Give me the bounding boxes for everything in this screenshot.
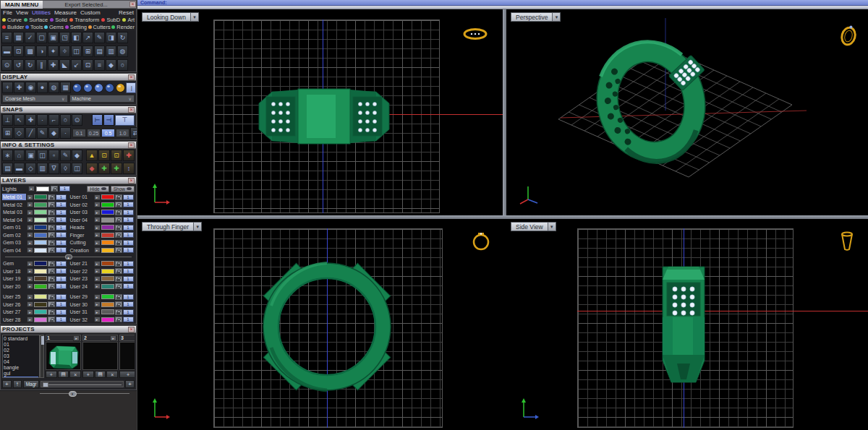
display-mode-icon[interactable]: ▦ [60,82,71,93]
lock-icon[interactable] [115,194,122,200]
viewport-looking-down[interactable]: Looking Down ▼ [137,9,503,215]
lock-icon[interactable] [115,217,122,223]
layer-row[interactable]: User 18▸1 [2,268,68,275]
layer-expand-button[interactable]: ▸ [27,247,33,253]
settings-icon[interactable]: ▫ [48,150,59,161]
toolbar-icon[interactable]: ◫ [71,46,82,57]
layer-color-swatch[interactable] [101,248,114,253]
layer-visibility-button[interactable]: 1 [123,202,134,207]
layer-color-swatch[interactable] [101,284,114,289]
slot-add-button[interactable]: + [82,371,94,378]
layer-row[interactable]: Gem▸1 [2,260,68,267]
layer-row[interactable]: User 28▸1 [2,317,68,324]
layer-expand-button[interactable]: ▸ [27,225,33,231]
layer-visibility-button[interactable]: 1 [56,283,67,289]
layer-color-swatch[interactable] [101,210,114,215]
layer-row[interactable]: User 26▸1 [2,301,68,309]
layer-visibility-button[interactable]: 1 [123,309,134,315]
layer-row[interactable]: Metal 03▸1 [2,209,68,216]
viewport-label-perspective[interactable]: Perspective ▼ [511,12,561,22]
layer-color-swatch[interactable] [101,276,114,281]
layer-row[interactable]: Metal 04▸1 [2,217,68,224]
menu-item[interactable]: Custom [80,9,101,16]
layer-visibility-button[interactable]: 1 [56,309,67,315]
layer-expand-button[interactable]: ▸ [94,283,101,289]
project-slot-1[interactable]: 1▸ + [46,335,81,378]
layer-expand-button[interactable]: ▸ [94,217,101,223]
slot-add-button[interactable]: + [119,371,135,378]
settings-icon[interactable]: ▬ [14,163,25,174]
toolbar-icon[interactable]: ≡ [94,59,105,71]
layer-color-swatch[interactable] [101,240,114,245]
layer-row[interactable]: User 03▸1 [69,209,135,216]
snap-icon[interactable]: · [37,114,48,126]
lock-icon[interactable] [48,194,55,200]
lock-icon[interactable] [115,276,122,282]
menu-category[interactable]: Setting [65,24,87,30]
display-mode-icon[interactable]: ◉ [25,82,36,93]
snap-icon[interactable]: · [60,127,71,139]
menu-item[interactable]: Measure [54,9,77,16]
layer-row[interactable]: User 04▸1 [69,217,135,224]
snap-toggle-icon[interactable]: ⊢ [92,114,103,126]
slot-add-button[interactable]: + [46,371,57,378]
settings-colored-icon[interactable]: ↕ [123,163,135,174]
layer-row[interactable]: User 27▸1 [2,309,68,316]
project-slot-3[interactable]: 3▸ + ▤ [119,335,135,378]
layer-visibility-button[interactable]: 1 [56,268,67,274]
layer-expand-button[interactable]: ▸ [94,194,101,200]
layer-row[interactable]: User 20▸1 [2,283,68,291]
layer-visibility-button[interactable]: 1 [123,294,134,300]
settings-colored-icon[interactable]: ✚ [123,150,135,161]
lock-icon[interactable] [115,210,122,215]
project-list-item[interactable]: 03 [4,353,38,359]
layer-expand-button[interactable]: ▸ [27,217,33,223]
lock-icon[interactable] [115,268,122,274]
layer-color-swatch[interactable] [101,294,114,299]
settings-colored-icon[interactable]: ✚ [111,163,122,174]
settings-icon[interactable]: ✎ [60,150,71,161]
layer-color-swatch[interactable] [101,261,114,266]
layer-visibility-button[interactable]: 1 [56,301,67,307]
viewport-perspective[interactable]: Perspective ▼ [506,9,868,215]
layer-visibility-button[interactable]: 1 [123,232,134,238]
layer-visibility-button[interactable]: 1 [123,247,134,253]
layer-visibility-button[interactable]: 1 [123,194,134,200]
slot-thumbnail[interactable] [82,342,118,370]
layer-visibility-button[interactable]: 1 [56,240,67,246]
layers-expander-button[interactable]: ▴ [65,254,72,259]
layer-expand-button[interactable]: ▸ [27,276,33,282]
menu-category[interactable]: Curve [2,17,22,23]
layer-color-swatch[interactable] [101,202,114,207]
layer-color-swatch[interactable] [34,225,47,230]
mesh-quality-select[interactable]: Coarse Mesh ∨ [2,95,68,103]
snap-step-button[interactable]: 0.25 [87,129,101,137]
toolbar-icon[interactable]: ⊡ [82,59,93,71]
lock-icon[interactable] [115,309,122,315]
close-icon[interactable]: × [128,327,135,332]
layer-row[interactable]: User 29▸1 [69,293,135,301]
toolbar-icon[interactable]: ⊞ [82,46,93,57]
lock-icon[interactable] [51,186,58,192]
layer-visibility-button[interactable]: 1 [59,186,70,192]
lock-icon[interactable] [48,309,55,315]
menu-category[interactable]: Tools [25,24,43,30]
layer-expand-button[interactable]: ▸ [27,261,33,267]
menu-category[interactable]: Transform [69,17,99,23]
menu-category[interactable]: SubD [101,17,120,23]
project-list-item[interactable] [4,377,38,378]
layer-color-swatch[interactable] [101,233,114,238]
toolbar-icon[interactable]: ⊡ [13,46,24,57]
viewport-through-finger[interactable]: Through Finger ▼ [137,219,503,430]
snap-icon[interactable]: ⊥ [2,114,13,126]
layer-row[interactable]: User 24▸1 [69,283,135,291]
layer-visibility-button[interactable]: 1 [123,225,134,231]
layer-row[interactable]: User 19▸1 [2,275,68,283]
render-material-sphere-icon[interactable] [116,83,125,93]
lock-icon[interactable] [115,247,122,253]
layer-expand-button[interactable]: ▸ [27,283,33,289]
close-icon[interactable]: × [128,142,135,148]
layer-expand-button[interactable]: ▸ [27,301,33,307]
snap-icon[interactable]: ✎ [37,127,48,139]
layer-visibility-button[interactable]: 1 [56,202,67,207]
